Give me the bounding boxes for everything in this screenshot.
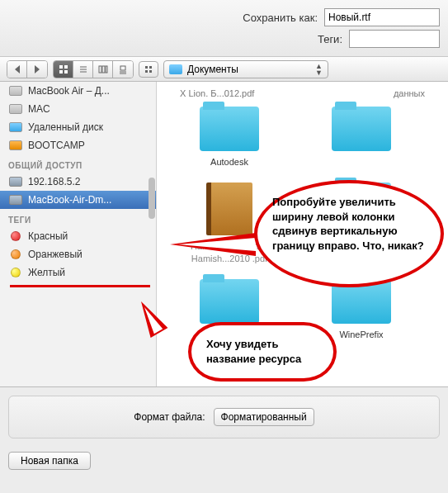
sidebar-item-label: Красный <box>28 230 68 242</box>
bottom-panel: Формат файла: Форматированный Новая папк… <box>0 387 448 478</box>
callout-tail-icon <box>170 233 256 256</box>
sidebar-item-shared-selected[interactable]: MacBook-Air-Dm... <box>0 191 156 209</box>
sidebar-item-label: MAC <box>28 103 50 115</box>
sidebar-item-device[interactable]: Удаленный диск <box>0 118 156 136</box>
callout-text: Попробуйте увеличить ширину левой колонк… <box>272 196 424 252</box>
popup-arrows-icon: ▲▼ <box>315 63 323 76</box>
save-panel-header: Сохранить как: Теги: <box>0 0 448 57</box>
tags-input[interactable] <box>349 30 440 48</box>
location-popup[interactable]: Документы ▲▼ <box>163 60 328 78</box>
format-value: Форматированный <box>221 411 307 423</box>
svg-rect-0 <box>59 65 63 69</box>
svg-rect-2 <box>59 70 63 73</box>
svg-rect-7 <box>99 66 101 73</box>
sidebar-item-label: Удаленный диск <box>28 121 103 133</box>
folder-icon <box>332 107 391 151</box>
book-icon <box>206 183 252 235</box>
forward-button[interactable] <box>27 61 47 78</box>
sidebar-item-tag[interactable]: Желтый <box>0 263 156 282</box>
svg-rect-3 <box>64 70 68 73</box>
sidebar-item-shared[interactable]: 192.168.5.2 <box>0 173 156 191</box>
location-label: Документы <box>187 64 238 75</box>
filename-input[interactable] <box>324 8 440 26</box>
svg-rect-9 <box>106 66 107 73</box>
tag-dot-icon <box>11 249 21 259</box>
sidebar-item-label: MacBook-Air-Dm... <box>28 194 111 206</box>
sidebar-item-label: Оранжевый <box>28 249 83 260</box>
sidebar-item-label: BOOTCAMP <box>28 140 85 151</box>
bootcamp-disk-icon <box>9 140 22 150</box>
coverflow-view-button[interactable] <box>113 61 133 78</box>
remote-disk-icon <box>9 122 22 132</box>
monitor-icon <box>9 177 22 187</box>
new-folder-button[interactable]: Новая папка <box>8 452 91 470</box>
save-as-label: Сохранить как: <box>243 12 318 24</box>
list-view-button[interactable] <box>73 61 93 78</box>
file-item[interactable] <box>312 107 411 168</box>
truncated-filename: данных <box>394 88 425 98</box>
tag-dot-icon <box>11 231 21 241</box>
svg-rect-14 <box>149 66 152 69</box>
sidebar-item-tag[interactable]: Красный <box>0 227 156 245</box>
svg-rect-16 <box>149 70 152 73</box>
format-label: Формат файла: <box>134 411 205 423</box>
sidebar: MacBook Air – Д... MAC Удаленный диск BO… <box>0 82 157 386</box>
file-item[interactable]: Autodesk <box>180 107 279 168</box>
annotation-callout: Хочу увидеть название ресурса <box>188 322 337 382</box>
tag-dot-icon <box>11 268 21 277</box>
svg-rect-10 <box>120 66 125 70</box>
arrange-button[interactable] <box>139 61 158 78</box>
toolbar: Документы ▲▼ <box>0 57 448 82</box>
sidebar-item-label: Желтый <box>28 267 65 278</box>
svg-rect-8 <box>102 66 105 73</box>
sidebar-section-shared: ОБЩИЙ ДОСТУП <box>0 154 156 173</box>
back-button[interactable] <box>7 61 27 78</box>
format-row: Формат файла: Форматированный <box>8 396 440 438</box>
sidebar-item-label: 192.168.5.2 <box>28 176 80 187</box>
truncated-filename: X Lion. Б...012.pdf <box>180 88 254 98</box>
format-select[interactable]: Форматированный <box>214 408 314 426</box>
folder-icon <box>200 279 259 324</box>
folder-icon <box>200 107 259 151</box>
sidebar-item-device[interactable]: MacBook Air – Д... <box>0 82 156 100</box>
view-mode-buttons <box>53 60 134 78</box>
folder-icon <box>169 64 182 74</box>
file-item-label: Autodesk <box>180 156 279 168</box>
icon-view-button[interactable] <box>54 61 73 78</box>
sidebar-section-tags: ТЕГИ <box>0 209 156 227</box>
disk-icon <box>9 86 22 96</box>
sidebar-item-tag[interactable]: Оранжевый <box>0 245 156 263</box>
sidebar-item-device[interactable]: BOOTCAMP <box>0 136 156 154</box>
svg-rect-13 <box>145 66 148 69</box>
disk-icon <box>9 104 22 114</box>
tags-label: Теги: <box>318 33 342 45</box>
sidebar-item-device[interactable]: MAC <box>0 100 156 118</box>
sidebar-item-label: MacBook Air – Д... <box>28 85 110 97</box>
monitor-icon <box>9 195 22 205</box>
svg-rect-15 <box>145 70 148 73</box>
annotation-callout: Попробуйте увеличить ширину левой колонк… <box>254 180 444 287</box>
callout-text: Хочу увидеть название ресурса <box>206 338 301 365</box>
annotation-underline <box>10 285 150 287</box>
nav-buttons <box>7 60 48 78</box>
svg-rect-1 <box>64 65 68 69</box>
column-view-button[interactable] <box>93 61 113 78</box>
